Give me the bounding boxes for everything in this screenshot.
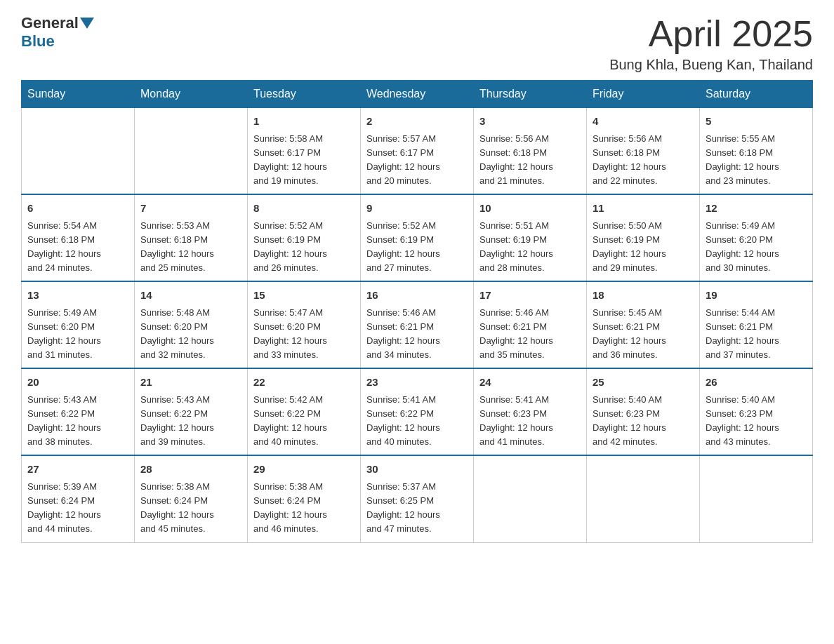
- day-number: 6: [27, 201, 128, 217]
- day-number: 4: [593, 114, 694, 130]
- location-title: Bung Khla, Bueng Kan, Thailand: [609, 57, 813, 73]
- calendar-cell: 8Sunrise: 5:52 AMSunset: 6:19 PMDaylight…: [248, 194, 361, 281]
- calendar-cell: 17Sunrise: 5:46 AMSunset: 6:21 PMDayligh…: [474, 281, 587, 368]
- day-info: Sunrise: 5:43 AMSunset: 6:22 PMDaylight:…: [140, 393, 241, 450]
- logo-general-text: General: [21, 14, 79, 32]
- calendar-cell: 12Sunrise: 5:49 AMSunset: 6:20 PMDayligh…: [700, 194, 813, 281]
- calendar-week-row: 1Sunrise: 5:58 AMSunset: 6:17 PMDaylight…: [22, 108, 813, 195]
- calendar-cell: 9Sunrise: 5:52 AMSunset: 6:19 PMDaylight…: [361, 194, 474, 281]
- calendar-cell: [587, 455, 700, 542]
- day-info: Sunrise: 5:41 AMSunset: 6:22 PMDaylight:…: [366, 393, 468, 450]
- day-number: 22: [253, 375, 355, 391]
- day-number: 3: [479, 114, 581, 130]
- day-info: Sunrise: 5:38 AMSunset: 6:24 PMDaylight:…: [140, 480, 241, 537]
- title-block: April 2025 Bung Khla, Bueng Kan, Thailan…: [609, 14, 813, 73]
- day-info: Sunrise: 5:39 AMSunset: 6:24 PMDaylight:…: [27, 480, 128, 537]
- calendar-week-row: 6Sunrise: 5:54 AMSunset: 6:18 PMDaylight…: [22, 194, 813, 281]
- day-info: Sunrise: 5:49 AMSunset: 6:20 PMDaylight:…: [27, 306, 128, 363]
- day-info: Sunrise: 5:40 AMSunset: 6:23 PMDaylight:…: [593, 393, 694, 450]
- calendar-cell: [22, 108, 135, 195]
- calendar-table: SundayMondayTuesdayWednesdayThursdayFrid…: [21, 80, 813, 542]
- calendar-cell: 20Sunrise: 5:43 AMSunset: 6:22 PMDayligh…: [22, 368, 135, 455]
- calendar-cell: [474, 455, 587, 542]
- day-number: 15: [253, 288, 355, 304]
- day-info: Sunrise: 5:57 AMSunset: 6:17 PMDaylight:…: [366, 132, 468, 189]
- day-info: Sunrise: 5:51 AMSunset: 6:19 PMDaylight:…: [479, 219, 581, 276]
- day-info: Sunrise: 5:40 AMSunset: 6:23 PMDaylight:…: [706, 393, 807, 450]
- calendar-cell: 6Sunrise: 5:54 AMSunset: 6:18 PMDaylight…: [22, 194, 135, 281]
- day-header-saturday: Saturday: [700, 81, 813, 108]
- day-number: 19: [706, 288, 807, 304]
- day-header-thursday: Thursday: [474, 81, 587, 108]
- day-info: Sunrise: 5:56 AMSunset: 6:18 PMDaylight:…: [593, 132, 694, 189]
- calendar-cell: 2Sunrise: 5:57 AMSunset: 6:17 PMDaylight…: [361, 108, 474, 195]
- calendar-cell: 13Sunrise: 5:49 AMSunset: 6:20 PMDayligh…: [22, 281, 135, 368]
- day-number: 12: [706, 201, 807, 217]
- day-info: Sunrise: 5:56 AMSunset: 6:18 PMDaylight:…: [479, 132, 581, 189]
- calendar-cell: 11Sunrise: 5:50 AMSunset: 6:19 PMDayligh…: [587, 194, 700, 281]
- calendar-week-row: 20Sunrise: 5:43 AMSunset: 6:22 PMDayligh…: [22, 368, 813, 455]
- day-info: Sunrise: 5:58 AMSunset: 6:17 PMDaylight:…: [253, 132, 355, 189]
- calendar-cell: 4Sunrise: 5:56 AMSunset: 6:18 PMDaylight…: [587, 108, 700, 195]
- calendar-cell: 28Sunrise: 5:38 AMSunset: 6:24 PMDayligh…: [135, 455, 248, 542]
- day-number: 29: [253, 462, 355, 478]
- calendar-cell: 10Sunrise: 5:51 AMSunset: 6:19 PMDayligh…: [474, 194, 587, 281]
- day-info: Sunrise: 5:37 AMSunset: 6:25 PMDaylight:…: [366, 480, 468, 537]
- month-title: April 2025: [609, 14, 813, 54]
- calendar-cell: 16Sunrise: 5:46 AMSunset: 6:21 PMDayligh…: [361, 281, 474, 368]
- day-info: Sunrise: 5:46 AMSunset: 6:21 PMDaylight:…: [366, 306, 468, 363]
- day-info: Sunrise: 5:45 AMSunset: 6:21 PMDaylight:…: [593, 306, 694, 363]
- calendar-cell: 25Sunrise: 5:40 AMSunset: 6:23 PMDayligh…: [587, 368, 700, 455]
- day-info: Sunrise: 5:38 AMSunset: 6:24 PMDaylight:…: [253, 480, 355, 537]
- day-header-wednesday: Wednesday: [361, 81, 474, 108]
- calendar-cell: 22Sunrise: 5:42 AMSunset: 6:22 PMDayligh…: [248, 368, 361, 455]
- calendar-cell: 19Sunrise: 5:44 AMSunset: 6:21 PMDayligh…: [700, 281, 813, 368]
- day-info: Sunrise: 5:44 AMSunset: 6:21 PMDaylight:…: [706, 306, 807, 363]
- calendar-cell: [135, 108, 248, 195]
- logo-triangle-icon: [80, 18, 94, 29]
- day-info: Sunrise: 5:52 AMSunset: 6:19 PMDaylight:…: [253, 219, 355, 276]
- day-info: Sunrise: 5:43 AMSunset: 6:22 PMDaylight:…: [27, 393, 128, 450]
- day-number: 28: [140, 462, 241, 478]
- day-info: Sunrise: 5:52 AMSunset: 6:19 PMDaylight:…: [366, 219, 468, 276]
- day-number: 1: [253, 114, 355, 130]
- day-number: 2: [366, 114, 468, 130]
- day-number: 13: [27, 288, 128, 304]
- day-number: 18: [593, 288, 694, 304]
- calendar-cell: 7Sunrise: 5:53 AMSunset: 6:18 PMDaylight…: [135, 194, 248, 281]
- day-number: 14: [140, 288, 241, 304]
- day-info: Sunrise: 5:50 AMSunset: 6:19 PMDaylight:…: [593, 219, 694, 276]
- calendar-week-row: 27Sunrise: 5:39 AMSunset: 6:24 PMDayligh…: [22, 455, 813, 542]
- day-number: 16: [366, 288, 468, 304]
- day-number: 27: [27, 462, 128, 478]
- day-number: 23: [366, 375, 468, 391]
- calendar-header-row: SundayMondayTuesdayWednesdayThursdayFrid…: [22, 81, 813, 108]
- day-info: Sunrise: 5:54 AMSunset: 6:18 PMDaylight:…: [27, 219, 128, 276]
- day-number: 10: [479, 201, 581, 217]
- day-info: Sunrise: 5:42 AMSunset: 6:22 PMDaylight:…: [253, 393, 355, 450]
- day-number: 30: [366, 462, 468, 478]
- day-number: 8: [253, 201, 355, 217]
- day-info: Sunrise: 5:55 AMSunset: 6:18 PMDaylight:…: [706, 132, 807, 189]
- calendar-cell: 29Sunrise: 5:38 AMSunset: 6:24 PMDayligh…: [248, 455, 361, 542]
- calendar-cell: 24Sunrise: 5:41 AMSunset: 6:23 PMDayligh…: [474, 368, 587, 455]
- calendar-cell: 5Sunrise: 5:55 AMSunset: 6:18 PMDaylight…: [700, 108, 813, 195]
- calendar-cell: 3Sunrise: 5:56 AMSunset: 6:18 PMDaylight…: [474, 108, 587, 195]
- day-number: 17: [479, 288, 581, 304]
- day-number: 21: [140, 375, 241, 391]
- calendar-cell: 18Sunrise: 5:45 AMSunset: 6:21 PMDayligh…: [587, 281, 700, 368]
- day-header-monday: Monday: [135, 81, 248, 108]
- calendar-cell: 15Sunrise: 5:47 AMSunset: 6:20 PMDayligh…: [248, 281, 361, 368]
- day-number: 9: [366, 201, 468, 217]
- day-info: Sunrise: 5:46 AMSunset: 6:21 PMDaylight:…: [479, 306, 581, 363]
- page-header: General Blue April 2025 Bung Khla, Bueng…: [21, 14, 813, 73]
- day-info: Sunrise: 5:47 AMSunset: 6:20 PMDaylight:…: [253, 306, 355, 363]
- calendar-cell: 26Sunrise: 5:40 AMSunset: 6:23 PMDayligh…: [700, 368, 813, 455]
- day-header-friday: Friday: [587, 81, 700, 108]
- day-number: 5: [706, 114, 807, 130]
- logo-blue-text: Blue: [21, 32, 55, 50]
- day-number: 25: [593, 375, 694, 391]
- day-info: Sunrise: 5:41 AMSunset: 6:23 PMDaylight:…: [479, 393, 581, 450]
- day-info: Sunrise: 5:53 AMSunset: 6:18 PMDaylight:…: [140, 219, 241, 276]
- calendar-cell: 30Sunrise: 5:37 AMSunset: 6:25 PMDayligh…: [361, 455, 474, 542]
